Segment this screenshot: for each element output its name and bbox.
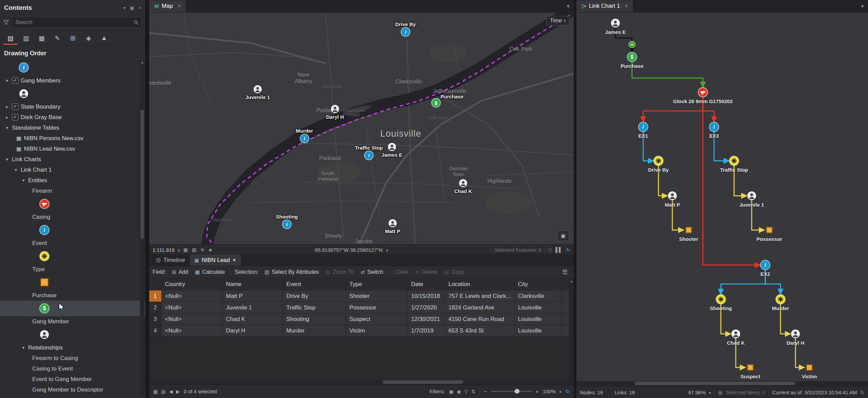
visibility-checkbox[interactable]: ✓ — [12, 114, 18, 120]
chart-refresh-icon[interactable]: ↻ — [860, 390, 865, 396]
chart-node-daryl_h[interactable] — [791, 329, 800, 338]
table-cell[interactable]: <Null> — [161, 314, 222, 325]
table-zoom-dropdown[interactable]: 100% — [543, 388, 561, 394]
tab-list-chevron-icon[interactable]: ▼ — [563, 4, 574, 9]
table-refresh-icon[interactable]: ↻ — [565, 388, 570, 395]
chart-node-traffic_stop[interactable] — [730, 156, 738, 165]
zoom-in-icon[interactable]: + — [536, 388, 539, 394]
table-view-icon[interactable]: ▦ — [153, 389, 158, 394]
search-input[interactable] — [15, 19, 134, 26]
table-row[interactable]: 2<Null>Juvenile 1Traffic StopPossessor1/… — [149, 302, 569, 314]
text-item-gang-member-to-descriptor[interactable]: Gang Member to Descriptor — [0, 384, 145, 395]
form-view-icon[interactable]: ▤ — [161, 389, 165, 394]
table-options-menu-icon[interactable]: ☰ — [562, 268, 570, 276]
expand-open-icon[interactable]: ▾ — [5, 78, 9, 83]
table-zoom-slider[interactable] — [491, 391, 532, 392]
search-icon[interactable] — [134, 20, 139, 25]
expand-open-icon[interactable]: ▾ — [5, 125, 9, 130]
table-cell[interactable]: Possessor — [346, 302, 408, 314]
table-cell[interactable]: Suspect — [346, 314, 408, 325]
pause-drawing-icon[interactable]: ▌▌ — [555, 247, 562, 252]
calculate-button[interactable]: ▦Calculate — [192, 268, 228, 277]
chart-node-matt_p[interactable] — [668, 191, 677, 200]
row-number-cell[interactable]: 2 — [149, 302, 161, 314]
select-by-attributes-button[interactable]: ▥Select By Attributes — [262, 268, 321, 277]
expand-open-icon[interactable]: ▾ — [21, 345, 26, 350]
text-item-casing[interactable]: Casing — [0, 212, 145, 222]
panel-pin-icon[interactable]: ▣ — [130, 5, 134, 11]
table-row[interactable]: 3<Null>Chad KShootingSuspect12/30/202141… — [149, 314, 569, 325]
group-item-standalone-tables[interactable]: ▾Standalone Tables — [0, 122, 145, 133]
layer-item-dark-gray-base[interactable]: ▸✓Dark Gray Base — [0, 112, 145, 122]
map-marker-drive-by[interactable]: i — [401, 28, 410, 36]
row-number-cell[interactable]: 1 — [149, 290, 161, 302]
chart-node-chad_k[interactable] — [731, 329, 740, 338]
layer-item-gang-members[interactable]: ▾✓Gang Members — [0, 75, 145, 86]
add-field-button[interactable]: ⊞Add — [169, 268, 191, 277]
previous-record-icon[interactable]: ◀ — [169, 389, 173, 394]
group-item-entities[interactable]: ▾Entities — [0, 175, 145, 186]
list-by-data-source-icon[interactable]: ▥ — [19, 32, 33, 45]
table-cell[interactable]: Victim — [346, 325, 408, 337]
table-row[interactable]: 1<Null>Matt PDrive ByShooter10/15/201875… — [149, 290, 569, 302]
chart-horizontal-scrollbar[interactable] — [576, 381, 868, 386]
list-by-drawing-order-icon[interactable]: ▤ — [3, 32, 18, 45]
map-marker-daryl-h[interactable] — [331, 105, 339, 113]
column-header-name[interactable]: Name — [222, 279, 283, 290]
map-marker-purchase[interactable]: $ — [432, 99, 440, 107]
column-header-country[interactable]: Country — [161, 279, 222, 290]
visibility-checkbox[interactable]: ✓ — [12, 103, 18, 110]
text-item-gang-member[interactable]: Gang Member — [0, 316, 145, 327]
switch-selection-button[interactable]: ⇄Switch — [358, 268, 386, 277]
symbol-type[interactable] — [0, 274, 145, 290]
map-marker-chad-k[interactable] — [459, 179, 467, 187]
group-item-link-charts[interactable]: ▾Link Charts — [0, 154, 145, 165]
symbol-firearm[interactable] — [0, 196, 145, 212]
text-item-firearm[interactable]: Firearm — [0, 186, 145, 196]
link-glock-to-ex2[interactable] — [703, 97, 760, 265]
contents-scrollbar[interactable]: ▲ — [140, 60, 144, 397]
visibility-checkbox[interactable]: ✓ — [12, 77, 18, 84]
filter-funnel-icon[interactable]: ▽ — [465, 389, 468, 394]
chart-node-ex1[interactable]: i — [639, 122, 648, 131]
table-cell[interactable]: 4150 Cane Run Road — [445, 314, 514, 325]
text-item-firearm-to-casing[interactable]: Firearm to Casing — [0, 353, 145, 363]
text-item-purchase[interactable]: Purchase — [0, 290, 145, 301]
table-cell[interactable]: Juvenile 1 — [222, 302, 283, 314]
chart-node-drive_by[interactable] — [654, 156, 663, 165]
table-cell[interactable]: Drive By — [283, 290, 346, 302]
list-by-perspective-icon[interactable]: ▲ — [97, 32, 111, 45]
table-cell[interactable]: Shooter — [346, 290, 408, 302]
table-cell[interactable]: Louisville — [514, 302, 562, 314]
text-item-type[interactable]: Type — [0, 264, 145, 274]
time-filter-button[interactable]: Time — [546, 16, 570, 25]
next-record-icon[interactable]: ▶ — [176, 389, 180, 394]
map-marker-traffic-stop[interactable]: i — [365, 151, 373, 159]
table-cell[interactable]: <Null> — [161, 290, 222, 302]
table-cell[interactable]: <Null> — [161, 325, 222, 337]
map-marker-murder[interactable]: i — [300, 134, 309, 143]
chart-node-suspect[interactable] — [747, 364, 754, 371]
table-cell[interactable]: Daryl H — [222, 325, 283, 337]
table-cell[interactable]: Traffic Stop — [283, 302, 346, 314]
list-by-selection-icon[interactable]: ▦ — [35, 32, 49, 45]
table-cell[interactable]: 10/15/2018 — [408, 290, 445, 302]
slider-knob[interactable] — [515, 389, 519, 394]
tab-timeline[interactable]: Timeline — [151, 254, 190, 266]
expand-closed-icon[interactable]: ▸ — [5, 104, 9, 109]
filter-icon[interactable] — [3, 20, 9, 25]
chart-node-shooting[interactable] — [716, 295, 725, 304]
table-cell[interactable]: Clarksville — [514, 290, 562, 302]
chart-node-ex2[interactable]: i — [761, 261, 770, 269]
table-cell[interactable]: 757 E Lewis and Clark... — [445, 290, 514, 302]
list-by-editing-icon[interactable]: ✎ — [50, 32, 64, 45]
table-cell[interactable]: 1824 Garland Ave — [445, 302, 514, 314]
table-cell[interactable]: Shooting — [283, 314, 346, 325]
zoom-out-icon[interactable]: − — [484, 388, 487, 394]
symbol-person[interactable] — [0, 327, 145, 342]
column-header-location[interactable]: Location — [445, 279, 514, 290]
table-cell[interactable]: Chad K — [222, 314, 283, 325]
expand-open-icon[interactable]: ▾ — [14, 167, 18, 172]
link-chart-tab-close-icon[interactable]: × — [625, 3, 628, 9]
chart-node-victim[interactable] — [806, 364, 813, 371]
